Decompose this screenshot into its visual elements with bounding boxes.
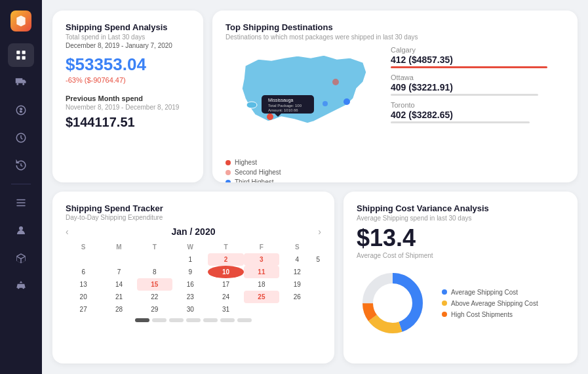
- variance-title: Shipping Cost Variance Analysis: [357, 203, 564, 213]
- svg-rect-0: [16, 51, 20, 54]
- calendar-day[interactable]: 17: [208, 278, 243, 291]
- calendar-header: ‹ Jan / 2020 ›: [66, 226, 321, 237]
- third-label: Third Highest: [235, 178, 273, 182]
- svg-point-11: [267, 114, 273, 120]
- calendar-day: [279, 303, 315, 316]
- city-toronto: Toronto: [391, 101, 564, 109]
- calendar-day[interactable]: 15: [137, 278, 172, 291]
- spend-analysis-card: Shipping Spend Analysis Total spend in L…: [52, 10, 203, 182]
- calendar-day[interactable]: 9: [172, 266, 208, 278]
- calendar-grid: S M T W T F S 12345678910111213141516171…: [66, 242, 321, 316]
- svg-point-9: [19, 226, 23, 230]
- page-dot-6[interactable]: [220, 318, 235, 322]
- stat-toronto: Toronto 402 ($3282.65): [391, 101, 564, 123]
- calendar-day[interactable]: 4: [279, 253, 315, 266]
- day-header-sun: S: [66, 242, 101, 253]
- sidebar-item-box[interactable]: [8, 246, 34, 270]
- calendar-day[interactable]: 22: [137, 291, 172, 303]
- avg-label: Average Shipping Cost: [451, 289, 518, 296]
- highest-label: Highest: [235, 159, 257, 166]
- svg-point-12: [332, 79, 339, 85]
- calendar-day: [101, 253, 136, 266]
- calendar-day[interactable]: 26: [279, 291, 315, 303]
- calendar-day[interactable]: 31: [208, 303, 243, 316]
- calendar-next[interactable]: ›: [318, 226, 321, 237]
- calendar-day[interactable]: 3: [244, 253, 279, 266]
- sidebar-item-clock[interactable]: [8, 126, 34, 150]
- donut-legend: Average Shipping Cost Above Average Ship…: [442, 289, 538, 318]
- sidebar-item-list[interactable]: [8, 191, 34, 215]
- sidebar-item-ship[interactable]: [8, 274, 34, 297]
- city-ottawa: Ottawa: [391, 73, 564, 81]
- day-header-wed: W: [172, 242, 208, 253]
- calendar-day[interactable]: 6: [66, 266, 101, 278]
- calendar-day: [244, 303, 279, 316]
- legend-above-avg: Above Average Shipping Cost: [442, 300, 538, 307]
- avg-dot: [442, 289, 447, 295]
- legend-high-cost: High Cost Shipments: [442, 311, 538, 318]
- page-dot-4[interactable]: [186, 318, 201, 322]
- bar-toronto: [391, 121, 530, 123]
- map-legend: Highest Second Highest Third Highest: [225, 159, 383, 182]
- sidebar-item-history[interactable]: [8, 154, 34, 177]
- spend-prev-date: November 8, 2019 - December 8, 2019: [66, 104, 190, 111]
- calendar-day[interactable]: 21: [101, 291, 136, 303]
- value-ottawa: 409 ($3221.91): [391, 82, 564, 93]
- calendar-day[interactable]: 10: [208, 266, 243, 278]
- calendar-day[interactable]: 11: [244, 266, 279, 278]
- calendar-day[interactable]: 24: [208, 291, 243, 303]
- calendar-prev[interactable]: ‹: [66, 226, 69, 237]
- calendar-day[interactable]: 14: [101, 278, 136, 291]
- calendar-day[interactable]: 16: [172, 278, 208, 291]
- page-dot-2[interactable]: [152, 318, 167, 322]
- calendar-day[interactable]: 13: [66, 278, 101, 291]
- high-cost-dot: [442, 312, 447, 317]
- calendar-day[interactable]: 28: [101, 303, 136, 316]
- calendar-day[interactable]: 20: [66, 291, 101, 303]
- page-dot-3[interactable]: [169, 318, 184, 322]
- calendar-day[interactable]: 5: [315, 253, 321, 266]
- calendar-day[interactable]: 25: [244, 291, 279, 303]
- calendar-day[interactable]: 29: [137, 303, 172, 316]
- sidebar-item-truck[interactable]: [8, 71, 34, 94]
- calendar-day[interactable]: 19: [279, 278, 315, 291]
- svg-rect-6: [16, 199, 26, 201]
- sidebar-item-grid[interactable]: [8, 43, 34, 67]
- spend-prev-label: Previous Month spend: [66, 94, 190, 102]
- stat-calgary: Calgary 412 ($4857.35): [391, 46, 564, 68]
- day-header-tue: T: [137, 242, 172, 253]
- calendar-day[interactable]: 18: [244, 278, 279, 291]
- spend-prev-amount: $144117.51: [66, 115, 190, 130]
- sidebar-item-contact[interactable]: [8, 218, 34, 242]
- legend-avg: Average Shipping Cost: [442, 289, 538, 296]
- calendar-month: Jan / 2020: [172, 226, 216, 237]
- variance-subtitle: Average Shipping spend in last 30 days: [357, 215, 564, 222]
- page-dot-5[interactable]: [203, 318, 218, 322]
- calendar-day[interactable]: 27: [66, 303, 101, 316]
- page-dot-1[interactable]: [135, 318, 149, 322]
- calendar-day[interactable]: 12: [279, 266, 315, 278]
- calendar-day[interactable]: 7: [101, 266, 136, 278]
- svg-text:Total Package: 100: Total Package: 100: [268, 104, 302, 108]
- destinations-subtitle: Destinations to which most packages were…: [225, 33, 564, 41]
- calendar-day[interactable]: 23: [172, 291, 208, 303]
- variance-amount-label: Average Cost of Shipment: [357, 252, 564, 259]
- bar-calgary: [391, 66, 547, 68]
- calendar-day[interactable]: 1: [172, 253, 208, 266]
- calendar-subtitle: Day-to-Day Shipping Expenditure: [66, 214, 321, 221]
- sidebar-item-dollar[interactable]: [8, 98, 34, 122]
- sidebar-divider: [11, 184, 31, 184]
- main-content: Shipping Spend Analysis Total spend in L…: [42, 0, 588, 374]
- highest-dot: [225, 160, 231, 165]
- page-dot-7[interactable]: [237, 318, 252, 322]
- calendar-day[interactable]: 2: [208, 253, 243, 266]
- legend-third: Third Highest: [225, 178, 383, 182]
- svg-point-13: [343, 98, 350, 105]
- calendar-day: [66, 253, 101, 266]
- calendar-day[interactable]: 30: [172, 303, 208, 316]
- bar-ottawa: [391, 94, 538, 96]
- pagination: [66, 318, 321, 322]
- canada-map: Mississauga Total Package: 100 Amount: 1…: [225, 46, 383, 154]
- calendar-day[interactable]: 8: [137, 266, 172, 278]
- spend-card-date: December 8, 2019 - January 7, 2020: [66, 42, 190, 49]
